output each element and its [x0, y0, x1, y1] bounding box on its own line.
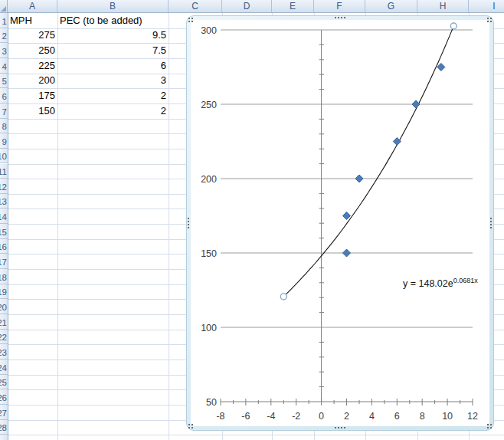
y-axis-tick-label: 150 [201, 248, 217, 259]
row-header-17[interactable]: 17 [0, 254, 8, 269]
cell-A7[interactable]: 150 [8, 103, 57, 119]
cell-B6[interactable]: 2 [57, 88, 169, 103]
sheet-gridline-h [8, 435, 504, 435]
row-header-12[interactable]: 12 [0, 179, 8, 194]
resize-handle-left[interactable] [188, 218, 189, 219]
row-header-26[interactable]: 26 [0, 389, 8, 405]
y-axis-tick-label: 200 [201, 174, 217, 185]
row-header-18[interactable]: 18 [0, 269, 8, 284]
cell-A4[interactable]: 225 [8, 58, 57, 74]
row-header-19[interactable]: 19 [0, 284, 8, 300]
row-header-6[interactable]: 6 [0, 88, 8, 103]
y-axis-tick-label: 300 [201, 25, 217, 36]
row-header-1[interactable]: 1 [0, 13, 8, 28]
select-all-corner[interactable] [0, 0, 8, 13]
row-header-5[interactable]: 5 [0, 74, 8, 89]
resize-handle-top[interactable] [335, 17, 336, 18]
x-axis-tick-label: -6 [241, 411, 250, 422]
row-header-27[interactable]: 27 [0, 405, 8, 420]
trendline-endpoint-handle[interactable] [280, 294, 286, 300]
resize-handle-top-right[interactable] [487, 18, 489, 19]
x-axis-tick-label: 6 [394, 411, 400, 422]
trendline[interactable] [283, 26, 453, 297]
y-axis-tick-label: 250 [201, 100, 217, 110]
x-axis-tick-label: 2 [344, 411, 349, 422]
resize-handle-bottom-right[interactable] [487, 424, 489, 425]
x-axis-tick-label: 10 [442, 411, 453, 422]
x-axis-tick-label: 4 [369, 411, 375, 422]
cell-B3[interactable]: 7.5 [57, 43, 169, 58]
x-axis-tick-label: 8 [420, 411, 425, 422]
column-header-H[interactable]: H [417, 0, 469, 12]
cell-A2[interactable]: 275 [8, 28, 57, 44]
row-header-24[interactable]: 24 [0, 360, 8, 375]
x-axis-tick-label: 12 [467, 411, 478, 422]
data-point[interactable] [393, 138, 401, 146]
x-axis-tick-label: 0 [319, 411, 324, 422]
x-axis-tick-label: -4 [267, 411, 275, 422]
row-header-4[interactable]: 4 [0, 58, 8, 74]
column-header-C[interactable]: C [169, 0, 222, 12]
cell-B5[interactable]: 3 [57, 74, 169, 89]
row-header-25[interactable]: 25 [0, 375, 8, 390]
scatter-chart[interactable]: 50100150200250300-8-6-4-2024681012 [186, 15, 494, 431]
resize-handle-top-left[interactable] [188, 18, 190, 19]
column-header-B[interactable]: B [57, 0, 169, 12]
x-axis-tick-label: -8 [216, 411, 224, 422]
sheet-gridline-v [169, 13, 169, 440]
row-header-2[interactable]: 2 [0, 28, 8, 44]
row-header-29[interactable]: 29 [0, 435, 8, 440]
row-header-16[interactable]: 16 [0, 239, 8, 254]
trendline-endpoint-handle[interactable] [450, 23, 457, 29]
cell-B7[interactable]: 2 [57, 103, 169, 119]
cell-A6[interactable]: 175 [8, 88, 57, 103]
cell-A3[interactable]: 250 [8, 43, 57, 58]
row-header-23[interactable]: 23 [0, 344, 8, 360]
y-axis-tick-label: 50 [206, 397, 217, 408]
resize-handle-right[interactable] [490, 218, 492, 219]
y-axis-tick-label: 100 [201, 323, 217, 333]
cell-B1[interactable]: PEC (to be added) [57, 13, 169, 28]
row-header-7[interactable]: 7 [0, 103, 8, 119]
equation-main: y = 148.02e [403, 278, 453, 289]
resize-handle-bottom-left[interactable] [188, 424, 190, 425]
excel-worksheet: ABCDEFGHI 123456789101112131415161718192… [0, 0, 504, 440]
column-headers: ABCDEFGHI [0, 0, 504, 13]
row-header-13[interactable]: 13 [0, 194, 8, 209]
cell-B4[interactable]: 6 [57, 58, 169, 74]
cell-A5[interactable]: 200 [8, 74, 57, 89]
data-point[interactable] [437, 64, 445, 71]
data-point[interactable] [343, 212, 351, 220]
row-header-28[interactable]: 28 [0, 420, 8, 435]
data-point[interactable] [355, 175, 363, 182]
column-header-G[interactable]: G [365, 0, 417, 12]
cell-A1[interactable]: MPH [8, 13, 57, 28]
row-header-15[interactable]: 15 [0, 224, 8, 239]
row-header-10[interactable]: 10 [0, 149, 8, 164]
trendline-equation-label[interactable]: y = 148.02e0.0681x [403, 277, 478, 289]
column-header-D[interactable]: D [222, 0, 272, 12]
row-header-14[interactable]: 14 [0, 209, 8, 224]
row-header-11[interactable]: 11 [0, 164, 8, 179]
cell-B2[interactable]: 9.5 [57, 28, 169, 44]
row-header-8[interactable]: 8 [0, 119, 8, 134]
row-headers: 1234567891011121314151617181920212223242… [0, 13, 8, 440]
column-header-F[interactable]: F [314, 0, 365, 12]
row-header-20[interactable]: 20 [0, 299, 8, 314]
row-header-9[interactable]: 9 [0, 133, 8, 149]
row-header-21[interactable]: 21 [0, 314, 8, 330]
resize-handle-bottom[interactable] [335, 427, 336, 429]
column-header-I[interactable]: I [469, 0, 504, 12]
row-header-3[interactable]: 3 [0, 43, 8, 58]
row-header-22[interactable]: 22 [0, 330, 8, 345]
equation-exponent: 0.0681x [453, 277, 478, 284]
data-point[interactable] [343, 249, 351, 257]
x-axis-tick-label: -2 [292, 411, 300, 422]
column-header-E[interactable]: E [272, 0, 314, 12]
column-header-A[interactable]: A [8, 0, 57, 12]
data-point[interactable] [412, 100, 420, 108]
chart-object[interactable]: 50100150200250300-8-6-4-2024681012 y = 1… [186, 15, 494, 431]
